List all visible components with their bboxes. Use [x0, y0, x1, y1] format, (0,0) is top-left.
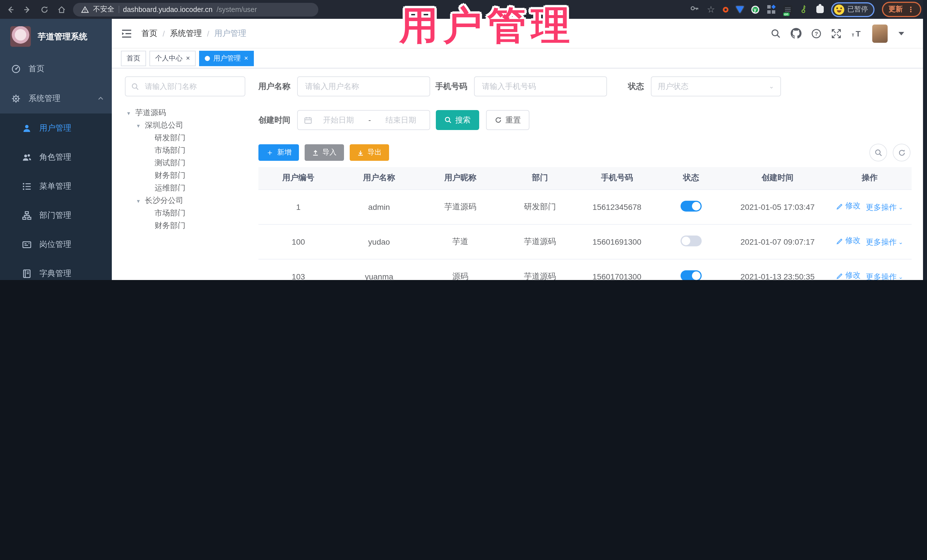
password-key-icon[interactable]	[690, 3, 699, 15]
extension-grid-icon[interactable]	[766, 5, 775, 14]
breadcrumb-item-0[interactable]: 首页	[141, 28, 158, 38]
extensions-puzzle-icon[interactable]	[816, 6, 824, 13]
import-button[interactable]: 导入	[305, 144, 344, 161]
sidebar-item-4[interactable]: 菜单管理	[0, 171, 112, 201]
fullscreen-icon[interactable]	[831, 28, 842, 38]
extension-y-icon[interactable]: y	[751, 5, 759, 14]
edit-link[interactable]: 修改	[836, 201, 861, 211]
system-submenu: 用户管理角色管理菜单管理部门管理岗位管理字典管理通知公告审计日志((A))在线用…	[0, 114, 112, 280]
extension-ubuntu-icon[interactable]	[722, 6, 728, 12]
date-end-placeholder[interactable]: 结束日期	[378, 115, 424, 125]
tree-node-财务部门[interactable]: 财务部门	[125, 169, 245, 182]
filter-row-1: 用户名称 手机号码 状态 用户状态 ⌄	[258, 76, 910, 96]
tab-用户管理[interactable]: 用户管理×	[199, 50, 254, 66]
header-search-icon[interactable]	[771, 28, 781, 38]
bookmark-star-icon[interactable]: ☆	[707, 4, 715, 15]
tree-node-测试部门[interactable]: 测试部门	[125, 157, 245, 169]
url-path: /system/user	[216, 5, 257, 14]
browser-back-icon[interactable]	[6, 5, 15, 14]
sidebar-item-2[interactable]: 用户管理	[0, 114, 112, 143]
extension-gem-icon[interactable]	[736, 6, 744, 13]
tree-node-财务部门[interactable]: 财务部门	[125, 220, 245, 232]
add-button[interactable]: ＋ 新增	[258, 144, 299, 161]
search-icon	[874, 149, 882, 156]
tab-close-icon[interactable]: ×	[244, 55, 248, 62]
download-icon	[357, 149, 364, 156]
tree-node-芋道源码[interactable]: ▾芋道源码	[125, 107, 245, 119]
mobile-field	[474, 76, 607, 96]
tree-caret-icon[interactable]: ▾	[137, 122, 145, 129]
mobile-input[interactable]	[481, 82, 600, 91]
date-range-picker[interactable]: 开始日期 - 结束日期	[297, 110, 430, 130]
status-toggle[interactable]	[681, 235, 702, 246]
svg-text:T: T	[856, 29, 860, 38]
tab-首页[interactable]: 首页	[121, 50, 146, 66]
status-select[interactable]: 用户状态 ⌄	[651, 76, 781, 96]
dept-search-input[interactable]	[144, 82, 239, 91]
col-header: 手机号码	[579, 167, 655, 189]
avatar-caret-icon[interactable]	[898, 32, 904, 35]
search-button[interactable]: 搜索	[436, 110, 479, 130]
tab-个人中心[interactable]: 个人中心×	[149, 50, 196, 66]
overlay-annotation-title: 用户管理	[399, 0, 575, 52]
tree-node-市场部门[interactable]: 市场部门	[125, 144, 245, 157]
tree-node-运维部门[interactable]: 运维部门	[125, 182, 245, 194]
hide-search-button[interactable]	[869, 144, 887, 161]
sidebar-item-6[interactable]: 岗位管理	[0, 230, 112, 259]
refresh-icon	[898, 149, 906, 156]
username-field	[297, 76, 430, 96]
sidebar: 芋道管理系统 首页系统管理用户管理角色管理菜单管理部门管理岗位管理字典管理通知公…	[0, 19, 112, 280]
tree-caret-icon[interactable]: ▾	[127, 110, 135, 116]
sidebar-item-1[interactable]: 系统管理	[0, 84, 112, 114]
breadcrumb-item-2: 用户管理	[214, 28, 246, 38]
not-secure-label: 不安全	[93, 5, 114, 14]
calendar-icon	[304, 116, 312, 124]
sidebar-item-3[interactable]: 角色管理	[0, 143, 112, 171]
refresh-table-button[interactable]	[893, 144, 910, 161]
col-header: 部门	[501, 167, 579, 189]
reset-button[interactable]: 重置	[486, 110, 529, 130]
more-actions-link[interactable]: 更多操作⌄	[866, 237, 903, 247]
svg-text:т: т	[852, 32, 854, 37]
browser-home-icon[interactable]	[57, 5, 66, 14]
tree-node-市场部门[interactable]: 市场部门	[125, 207, 245, 220]
extension-key-icon[interactable]	[799, 5, 808, 14]
export-button[interactable]: 导出	[350, 144, 389, 161]
more-actions-link[interactable]: 更多操作⌄	[866, 272, 903, 280]
browser-menu-dots-icon[interactable]: ⋮	[907, 5, 915, 14]
sidebar-item-0[interactable]: 首页	[0, 54, 112, 84]
tree-node-研发部门[interactable]: 研发部门	[125, 132, 245, 144]
tab-close-icon[interactable]: ×	[186, 55, 190, 62]
sidebar-collapse-icon[interactable]	[121, 28, 132, 38]
window-edge-right	[923, 0, 927, 280]
tree-caret-icon[interactable]: ▾	[137, 197, 145, 204]
user-avatar[interactable]	[872, 24, 887, 42]
more-actions-link[interactable]: 更多操作⌄	[866, 202, 903, 213]
browser-update-button[interactable]: 更新 ⋮	[881, 2, 921, 17]
table-row-103: 103yuanma源码芋道源码156017013002021-01-13 23:…	[258, 259, 912, 280]
extension-onpage-icon[interactable]: on	[783, 5, 792, 14]
status-toggle[interactable]	[681, 200, 702, 211]
breadcrumb-item-1[interactable]: 系统管理	[170, 28, 202, 38]
font-size-icon[interactable]: тT	[851, 28, 863, 38]
edit-link[interactable]: 修改	[836, 270, 861, 280]
table-header-row: 用户编号用户名称用户昵称部门手机号码状态创建时间操作	[258, 167, 912, 189]
tree-node-长沙分公司[interactable]: ▾长沙分公司	[125, 194, 245, 207]
help-icon[interactable]: ?	[811, 28, 821, 38]
browser-refresh-icon[interactable]	[40, 5, 49, 14]
status-toggle[interactable]	[681, 270, 702, 280]
browser-forward-icon[interactable]	[23, 5, 32, 14]
date-start-placeholder[interactable]: 开始日期	[316, 115, 361, 125]
github-icon[interactable]	[791, 28, 801, 39]
username-input[interactable]	[304, 82, 423, 91]
sidebar-item-5[interactable]: 部门管理	[0, 201, 112, 230]
dict-icon	[22, 269, 31, 278]
edit-link[interactable]: 修改	[836, 236, 861, 246]
browser-profile-chip[interactable]: 已暂停	[831, 2, 874, 17]
created-label: 创建时间	[258, 115, 290, 125]
sidebar-item-7[interactable]: 字典管理	[0, 259, 112, 280]
address-bar[interactable]: 不安全 dashboard.yudao.iocoder.cn/system/us…	[73, 3, 318, 16]
dashboard-icon	[11, 64, 21, 74]
app-logo-row[interactable]: 芋道管理系统	[0, 19, 112, 54]
tree-node-深圳总公司[interactable]: ▾深圳总公司	[125, 119, 245, 132]
